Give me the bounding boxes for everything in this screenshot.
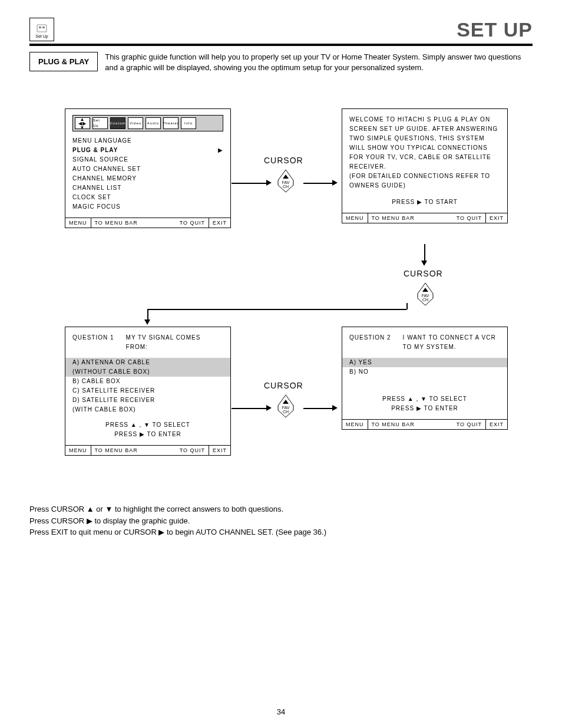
menu-icon-audio: Audio (146, 117, 161, 129)
menu-icon-info: Info (181, 117, 196, 129)
nav-arrows-icon: ▲ ◀▶ ▼ (75, 117, 90, 129)
svg-rect-1 (39, 27, 41, 28)
option-item: D) SATELLITE RECEIVER (72, 396, 223, 405)
menu-item: CLOCK SET (72, 193, 223, 202)
menu-icons-row: ▲ ◀▶ ▼ Set Up Custom Video Audio Theater… (72, 115, 223, 131)
cursor-label: CURSOR (264, 381, 303, 390)
header-rule (29, 44, 533, 46)
menu-item: CHANNEL MEMORY (72, 174, 223, 183)
welcome-body2: (FOR DETAILED CONNECTIONS REFER TO OWNER… (349, 172, 500, 190)
remote-cursor-button: FAVCH (276, 169, 296, 193)
menu-item: SIGNAL SOURCE (72, 155, 223, 164)
screen-setup-menu: ▲ ◀▶ ▼ Set Up Custom Video Audio Theater… (65, 108, 231, 228)
cursor-label: CURSOR (264, 156, 303, 165)
option-item: B) CABLE BOX (72, 377, 223, 386)
q1-text: MY TV SIGNAL COMES FROM: (126, 333, 223, 352)
welcome-press: PRESS ▶ TO START (349, 197, 500, 207)
q1-press1: PRESS ▲ , ▼ TO SELECT (72, 420, 223, 430)
setup-icon-label: Set Up (35, 34, 48, 38)
flow-diagram: ▲ ◀▶ ▼ Set Up Custom Video Audio Theater… (29, 108, 533, 492)
cursor-label: CURSOR (404, 269, 443, 278)
setup-icon: Set Up (29, 18, 54, 41)
menu-item: CHANNEL LIST (72, 183, 223, 193)
osd-footer: MENU TO MENU BAR TO QUIT EXIT (342, 213, 507, 223)
instruction-line: Press CURSOR ▶ to display the graphic gu… (29, 515, 533, 527)
screen-question2: QUESTION 2 I WANT TO CONNECT A VCR TO MY… (342, 327, 508, 430)
remote-cursor-button: FAVCH (415, 282, 435, 307)
welcome-body: WELCOME TO HITACHI S PLUG & PLAY ON SCRE… (349, 115, 500, 172)
osd-footer: MENU TO MENU BAR TO QUIT EXIT (65, 445, 230, 455)
menu-icon-video: Video (128, 117, 143, 129)
q2-press2: PRESS ▶ TO ENTER (349, 404, 500, 413)
option-item: C) SATELLITE RECEIVER (72, 386, 223, 396)
menu-item: AUTO CHANNEL SET (72, 164, 223, 174)
plug-and-play-box: PLUG & PLAY (29, 52, 98, 71)
option-item: B) NO (349, 367, 500, 377)
q1-label: QUESTION 1 (72, 333, 114, 352)
osd-footer: MENU TO MENU BAR TO QUIT EXIT (342, 419, 507, 429)
instruction-line: Press EXIT to quit menu or CURSOR ▶ to b… (29, 526, 533, 538)
svg-rect-0 (37, 25, 47, 32)
page-title: SET UP (457, 18, 533, 41)
menu-item: PLUG & PLAY ▶ (72, 146, 223, 155)
screen-question1: QUESTION 1 MY TV SIGNAL COMES FROM: A) A… (65, 327, 231, 456)
instruction-line: Press CURSOR ▲ or ▼ to highlight the cor… (29, 503, 533, 515)
osd-footer: MENU TO MENU BAR TO QUIT EXIT (65, 218, 230, 228)
option-item: (WITH CABLE BOX) (72, 405, 223, 414)
option-item: A) ANTENNA OR CABLE (65, 358, 230, 367)
menu-icon-setup: Set Up (92, 117, 108, 129)
q2-label: QUESTION 2 (349, 333, 391, 352)
option-item: (WITHOUT CABLE BOX) (65, 367, 230, 377)
page-number: 34 (0, 707, 562, 716)
intro-text: This graphic guide function will help yo… (105, 52, 533, 73)
svg-rect-2 (42, 27, 45, 28)
menu-item: MENU LANGUAGE (72, 136, 223, 146)
option-item: A) YES (342, 358, 507, 367)
q2-press1: PRESS ▲ , ▼ TO SELECT (349, 394, 500, 404)
q2-text: I WANT TO CONNECT A VCR TO MY SYSTEM. (403, 333, 500, 352)
menu-icon-theater: Theater (163, 117, 178, 129)
menu-item: MAGIC FOCUS (72, 202, 223, 212)
q1-press2: PRESS ▶ TO ENTER (72, 430, 223, 439)
menu-icon-custom: Custom (110, 117, 125, 129)
remote-cursor-button: FAVCH (276, 394, 296, 419)
instructions: Press CURSOR ▲ or ▼ to highlight the cor… (29, 503, 533, 538)
screen-welcome: WELCOME TO HITACHI S PLUG & PLAY ON SCRE… (342, 108, 508, 223)
